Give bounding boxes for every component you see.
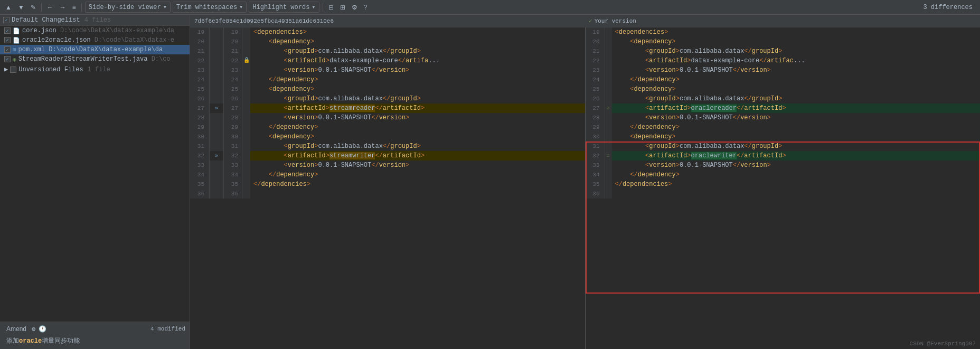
separator-2 — [81, 3, 82, 12]
tree-bottom — [0, 75, 190, 322]
diff-header-left: 7d6f6e3fe854e1d092e5fbca49351a61dc6310e6 — [194, 18, 581, 24]
table-row: 30 <dependency> — [586, 132, 981, 142]
file-item-streamreader-java[interactable]: ✓ ◉ StreamReader2StreamWriterTest.java D… — [0, 54, 190, 64]
rline-num-33: 33 — [586, 161, 605, 170]
lock-29 — [243, 122, 250, 132]
table-row: 36 36 — [190, 189, 585, 199]
amend-button[interactable]: Amend — [4, 324, 29, 334]
diff-count: 3 differences — [923, 4, 977, 11]
unversioned-checkbox[interactable] — [10, 67, 16, 73]
next-diff-button[interactable]: ▼ — [16, 3, 26, 12]
table-row: 26 <groupId>com.alibaba.datax</groupId> — [586, 94, 981, 103]
forward-button[interactable]: → — [58, 3, 68, 12]
table-row: 35 </dependencies> — [586, 180, 981, 189]
file-name-oracle2oracle: oracle2oracle.json D:\code\DataX\datax-e — [22, 36, 174, 44]
gear-icon[interactable]: ⚙ — [32, 325, 35, 333]
line-num-right-20: 20 — [224, 37, 243, 46]
viewer-dropdown[interactable]: Side-by-side viewer ▾ — [85, 2, 171, 13]
rlock-19 — [605, 27, 612, 37]
unversioned-arrow: ▶ — [4, 65, 8, 73]
rline-content-22: <artifactId>datax-example-core</artifac.… — [612, 56, 981, 65]
file-checkbox-streamreader[interactable]: ✓ — [4, 56, 11, 62]
file-item-core-json[interactable]: ✓ 📄 core.json D:\code\DataX\datax-exampl… — [0, 26, 190, 35]
rline-num-30: 30 — [586, 132, 605, 142]
line-content-22: <artifactId>datax-example-core</artifa..… — [250, 56, 585, 65]
diff-panel: 7d6f6e3fe854e1d092e5fbca49351a61dc6310e6… — [190, 15, 980, 349]
table-row: 28 <version>0.0.1-SNAPSHOT</version> — [586, 113, 981, 122]
line-num-right-32: 32 — [224, 151, 243, 161]
line-num-left-29: 29 — [190, 122, 209, 132]
line-num-right-31: 31 — [224, 142, 243, 151]
diff-right-pane[interactable]: 19 <dependencies> 20 <dependency> 21 — [586, 27, 981, 349]
expand-button[interactable]: ⊞ — [338, 3, 347, 12]
prev-diff-button[interactable]: ▲ — [3, 3, 14, 12]
clock-icon[interactable]: 🕐 — [39, 325, 46, 333]
line-num-right-22: 22 — [224, 56, 243, 65]
table-row: 35 35 </dependencies> — [190, 180, 585, 189]
line-content-25: <dependency> — [250, 84, 585, 94]
file-name-core-json: core.json D:\code\DataX\datax-example\da — [22, 27, 174, 34]
changelist-checkbox[interactable]: ✓ — [3, 17, 10, 23]
collapse-button[interactable]: ⊟ — [326, 3, 336, 12]
your-version-label: Your version — [595, 18, 636, 24]
table-row: 20 20 <dependency> — [190, 37, 585, 46]
arrow-24 — [209, 75, 224, 84]
file-checkbox-core-json[interactable]: ✓ — [4, 27, 11, 34]
rline-content-36 — [612, 189, 981, 199]
rlock-32: ☑ — [605, 151, 612, 161]
arrow-28 — [209, 113, 224, 122]
arrow-31 — [209, 142, 224, 151]
whitespace-dropdown[interactable]: Trim whitespaces ▾ — [173, 2, 247, 13]
table-row: 29 29 </dependency> — [190, 122, 585, 132]
rline-content-31: <groupId>com.alibaba.datax</groupId> — [612, 142, 981, 151]
file-checkbox-pom[interactable]: ✓ — [4, 46, 11, 53]
help-button[interactable]: ? — [362, 3, 370, 12]
line-num-right-29: 29 — [224, 122, 243, 132]
line-content-24: </dependency> — [250, 75, 585, 84]
line-num-right-28: 28 — [224, 113, 243, 122]
java-icon-streamreader: ◉ — [13, 56, 16, 63]
file-checkbox-oracle2oracle[interactable]: ✓ — [4, 37, 11, 43]
back-button[interactable]: ← — [45, 3, 55, 12]
arrow-26 — [209, 94, 224, 103]
settings-button[interactable]: ⚙ — [350, 3, 360, 12]
rlock-24 — [605, 75, 612, 84]
table-row: 30 30 <dependency> — [190, 132, 585, 142]
rline-content-28: <version>0.0.1-SNAPSHOT</version> — [612, 113, 981, 122]
unversioned-title: Unversioned Files — [18, 66, 83, 73]
commit-prefix: 添加 — [6, 337, 19, 345]
table-row: 28 28 <version>0.0.1-SNAPSHOT</version> — [190, 113, 585, 122]
arrow-30 — [209, 132, 224, 142]
table-row: 21 <groupId>com.alibaba.datax</groupId> — [586, 46, 981, 56]
highlight-dropdown[interactable]: Highlight words ▾ — [249, 2, 319, 13]
arrow-20 — [209, 37, 224, 46]
changelist-title: Default Changelist — [12, 16, 80, 24]
table-row: 33 33 <version>0.0.1-SNAPSHOT</version> — [190, 161, 585, 170]
menu-button[interactable]: ≡ — [70, 3, 78, 12]
arrow-29 — [209, 122, 224, 132]
table-row: 22 <artifactId>datax-example-core</artif… — [586, 56, 981, 65]
table-row: 32 » 32 <artifactId>streamwriter</artifa… — [190, 151, 585, 161]
diff-header: 7d6f6e3fe854e1d092e5fbca49351a61dc6310e6… — [190, 15, 980, 27]
unversioned-header[interactable]: ▶ Unversioned Files 1 file — [0, 64, 190, 75]
whitespace-dropdown-chevron: ▾ — [239, 3, 243, 11]
table-row: 23 <version>0.0.1-SNAPSHOT</version> — [586, 65, 981, 75]
rline-content-34: </dependency> — [612, 170, 981, 180]
rlock-26 — [605, 94, 612, 103]
lock-36 — [243, 189, 250, 199]
lock-31 — [243, 142, 250, 151]
file-item-oracle2oracle-json[interactable]: ✓ 📄 oracle2oracle.json D:\code\DataX\dat… — [0, 35, 190, 45]
line-content-35: </dependencies> — [250, 180, 585, 189]
commit-oracle-word: oracle — [19, 337, 42, 345]
separator-1 — [41, 3, 42, 12]
file-tree-panel: ✓ Default Changelist 4 files ✓ 📄 core.js… — [0, 15, 190, 349]
unversioned-count: 1 file — [88, 66, 110, 73]
line-num-right-19: 19 — [224, 27, 243, 37]
rlock-22 — [605, 56, 612, 65]
diff-content: 19 19 <dependencies> 20 20 <dependency> — [190, 27, 980, 349]
file-item-pom-xml[interactable]: ✓ m pom.xml D:\code\DataX\datax-example\… — [0, 45, 190, 54]
rline-content-35: </dependencies> — [612, 180, 981, 189]
diff-checkmark: ✓ — [589, 17, 592, 24]
diff-left-pane[interactable]: 19 19 <dependencies> 20 20 <dependency> — [190, 27, 586, 349]
edit-button[interactable]: ✎ — [29, 3, 38, 12]
